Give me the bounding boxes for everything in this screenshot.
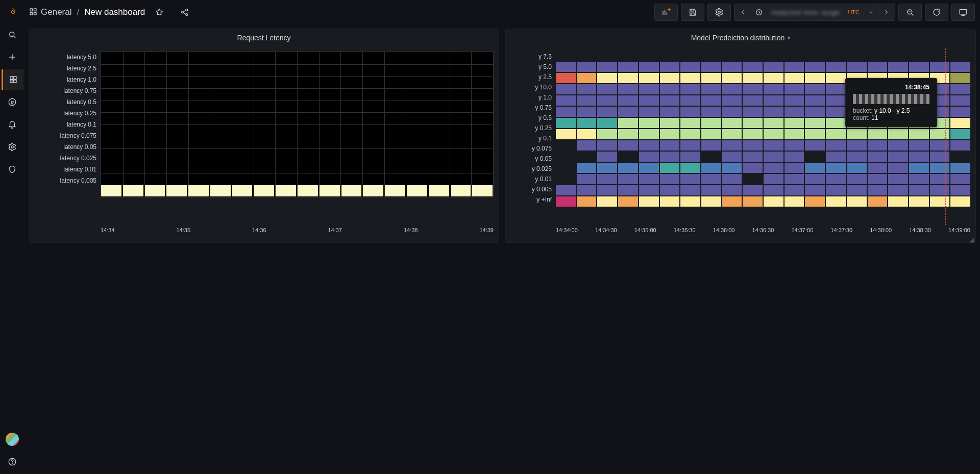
svg-rect-12 — [34, 12, 37, 15]
heatmap-cell — [701, 62, 721, 72]
heatmap-cell — [950, 129, 970, 139]
search-icon[interactable] — [2, 24, 22, 45]
heatmap-cell — [909, 196, 929, 207]
heatmap-cell — [639, 163, 659, 173]
yaxis-tick: latency 0.05 — [63, 141, 96, 153]
yaxis-tick: y +Inf — [536, 194, 552, 205]
yaxis-tick: latency 2.5 — [67, 63, 96, 74]
yaxis-tick: y 0.01 — [535, 174, 552, 184]
help-icon[interactable] — [2, 452, 22, 472]
heatmap-cell — [805, 118, 825, 128]
heatmap-cell — [660, 152, 680, 162]
heatmap-cell — [660, 196, 680, 207]
explore-icon[interactable] — [2, 92, 22, 112]
svg-point-6 — [11, 146, 14, 148]
xaxis-tick: 14:39 — [479, 227, 494, 238]
heatmap-cell — [764, 95, 783, 106]
heatmap-cell — [722, 163, 742, 173]
breadcrumb-folder[interactable]: General — [41, 7, 71, 17]
yaxis-tick: y 0.05 — [535, 154, 552, 164]
heatmap-cell — [868, 62, 888, 72]
time-back-button[interactable] — [737, 4, 750, 20]
heatmap-cell — [743, 140, 763, 151]
time-range-label[interactable]: redacted time range — [768, 4, 843, 20]
heatmap-cell — [826, 140, 846, 151]
nav-sidebar — [0, 0, 24, 474]
heatmap-cell — [722, 185, 742, 195]
heatmap-cell — [639, 107, 659, 117]
heatmap-cell — [701, 73, 721, 83]
heatmap-cell — [930, 140, 950, 151]
heatmap-cell — [805, 174, 825, 184]
heatmap-cell — [868, 185, 888, 195]
refresh-button[interactable] — [925, 4, 948, 21]
heatmap-cell — [785, 140, 804, 151]
dashboard-settings-button[interactable] — [707, 4, 731, 21]
timezone-chevron-icon[interactable] — [865, 4, 877, 20]
heatmap-cell — [805, 140, 825, 151]
breadcrumb-dashboard[interactable]: New dashboard — [84, 7, 145, 17]
apps-icon[interactable] — [29, 7, 38, 18]
heatmap-cell — [660, 129, 680, 139]
panel-request-latency: Request Letency latency 5.0latency 2.5la… — [29, 29, 499, 243]
timezone-label[interactable]: UTC — [845, 4, 863, 20]
heatmap-cell — [847, 163, 867, 173]
save-button[interactable] — [681, 4, 704, 21]
view-mode-button[interactable] — [951, 4, 975, 21]
heatmap-cell — [597, 208, 617, 218]
panel-title[interactable]: Model Predeiction distribution ▾ — [506, 29, 975, 46]
heatmap-cell — [618, 118, 638, 128]
alerting-icon[interactable] — [2, 114, 22, 135]
add-panel-button[interactable] — [654, 4, 678, 21]
heatmap-cell — [826, 118, 846, 128]
user-avatar[interactable] — [2, 429, 22, 450]
heatmap-cell — [950, 174, 970, 184]
create-icon[interactable] — [2, 47, 22, 67]
panel-resize-handle[interactable]: ◢ — [969, 236, 974, 241]
heatmap-cell — [868, 129, 888, 139]
zoom-out-button[interactable] — [898, 4, 922, 21]
heatmap-cell — [618, 174, 638, 184]
heatmap-cell — [597, 84, 617, 94]
heatmap-cell — [888, 208, 908, 218]
heatmap-cell — [785, 107, 804, 117]
heatmap-cell — [556, 196, 576, 207]
heatmap-cell — [805, 84, 825, 94]
star-icon[interactable] — [148, 4, 170, 20]
panel-title[interactable]: Request Letency — [29, 29, 499, 46]
heatmap-cell — [785, 84, 804, 94]
heatmap-cell — [660, 73, 680, 83]
configuration-icon[interactable] — [2, 137, 22, 157]
heatmap-cell — [701, 140, 721, 151]
heatmap-cell — [660, 51, 680, 61]
heatmap-cell — [888, 185, 908, 195]
heatmap-cell — [805, 208, 825, 218]
heatmap-cell — [722, 196, 742, 207]
heatmap-cell — [826, 163, 846, 173]
heatmap-cell — [826, 107, 846, 117]
heatmap-plot[interactable]: 14:38:45 bucket: y 10.0 - y 2.5 count: 1… — [556, 48, 970, 225]
heatmap-cell — [680, 84, 700, 94]
heatmap-cell — [701, 174, 721, 184]
dashboards-icon[interactable] — [2, 69, 23, 90]
grafana-logo[interactable] — [2, 2, 22, 22]
server-admin-icon[interactable] — [2, 159, 22, 180]
time-forward-button[interactable] — [879, 4, 893, 20]
heatmap-cell — [680, 163, 700, 173]
heatmap-cell — [722, 95, 742, 106]
heatmap-plot[interactable] — [101, 48, 494, 225]
heatmap-cell — [909, 129, 929, 139]
heatmap-cell — [618, 73, 638, 83]
heatmap-cell — [701, 152, 721, 162]
yaxis-tick: latency 5.0 — [67, 52, 96, 63]
heatmap-cell — [868, 174, 888, 184]
heatmap-cell — [785, 196, 804, 207]
heatmap-cell — [680, 174, 700, 184]
heatmap-cell — [639, 84, 659, 94]
share-icon[interactable] — [174, 4, 196, 20]
heatmap-cell — [888, 196, 908, 207]
heatmap-cell — [950, 95, 970, 106]
time-picker[interactable]: redacted time range UTC — [734, 4, 895, 21]
heatmap-cell — [785, 163, 804, 173]
heatmap-cell — [743, 152, 763, 162]
